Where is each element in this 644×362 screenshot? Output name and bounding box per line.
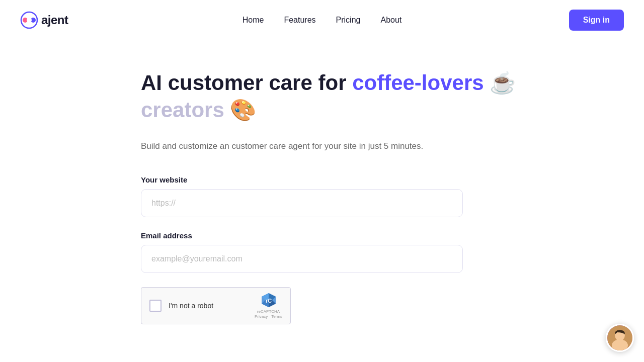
recaptcha-widget[interactable]: I'm not a robot rC reCAPTCHAPrivacy - Te… [141,287,291,324]
email-field-group: Email address [141,231,644,273]
avatar-icon [607,325,632,350]
website-label: Your website [141,175,644,184]
recaptcha-label: I'm not a robot [169,302,213,310]
headline-line1: AI customer care for coffee-lovers ☕ [141,70,644,96]
hero-subtitle: Build and customize an customer care age… [141,141,493,151]
recaptcha-brand: reCAPTCHAPrivacy - Terms [255,309,282,319]
recaptcha-logo: rC reCAPTCHAPrivacy - Terms [255,292,282,319]
recaptcha-checkbox[interactable] [149,300,162,312]
headline-prefix: AI customer care for [141,71,352,95]
svg-text:rC: rC [265,298,271,304]
hero-headline: AI customer care for coffee-lovers ☕ cre… [141,70,644,123]
website-field-group: Your website [141,175,644,217]
email-label: Email address [141,231,644,240]
nav-about[interactable]: About [380,16,401,25]
main-content: AI customer care for coffee-lovers ☕ cre… [0,40,644,324]
headline-line2: creators 🎨 [141,98,644,123]
email-input[interactable] [141,245,463,273]
avatar-widget[interactable] [606,324,634,352]
header: ajent Home Features Pricing About Sign i… [0,0,644,40]
website-input[interactable] [141,189,463,217]
logo-text: ajent [41,13,68,27]
svg-point-3 [27,18,32,23]
logo[interactable]: ajent [20,11,68,29]
nav-pricing[interactable]: Pricing [336,16,361,25]
nav-home[interactable]: Home [243,16,264,25]
avatar-svg [607,325,632,350]
signin-button[interactable]: Sign in [569,10,624,31]
recaptcha-logo-icon: rC [261,292,277,308]
main-nav: Home Features Pricing About [243,16,402,25]
logo-icon [20,11,38,29]
nav-features[interactable]: Features [284,16,315,25]
headline-accent: coffee-lovers ☕ [352,71,516,95]
signup-form: Your website Email address I'm not a rob… [141,175,644,324]
